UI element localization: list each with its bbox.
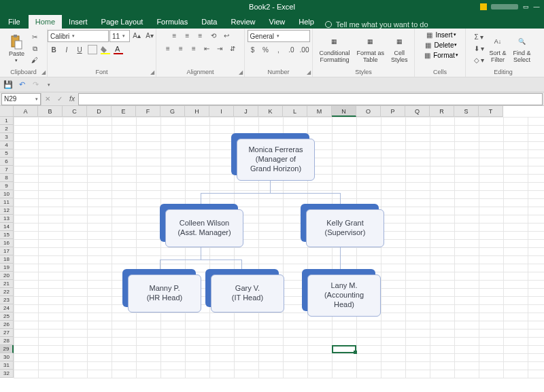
border-button[interactable]: [86, 44, 99, 55]
merge-center[interactable]: ⇵: [226, 43, 239, 54]
row-header-23[interactable]: 23: [0, 296, 14, 304]
row-header-7[interactable]: 7: [0, 166, 14, 174]
col-header-E[interactable]: E: [112, 106, 136, 117]
row-header-4[interactable]: 4: [0, 141, 14, 149]
qat-customize[interactable]: ▾: [44, 79, 54, 90]
col-header-H[interactable]: H: [185, 106, 209, 117]
row-header-32[interactable]: 32: [0, 370, 14, 378]
tab-formulas[interactable]: Formulas: [150, 15, 194, 29]
row-header-17[interactable]: 17: [0, 247, 14, 255]
tell-me[interactable]: Tell me what you want to do: [325, 20, 428, 29]
col-header-Q[interactable]: Q: [405, 106, 430, 117]
find-select[interactable]: 🔍Find & Select: [511, 33, 534, 65]
row-header-10[interactable]: 10: [0, 190, 14, 198]
row-header-24[interactable]: 24: [0, 304, 14, 313]
col-header-D[interactable]: D: [87, 106, 112, 117]
accounting-format[interactable]: $: [247, 44, 259, 55]
row-header-21[interactable]: 21: [0, 280, 14, 288]
org-node-b2[interactable]: Gary V. (IT Head): [205, 269, 279, 307]
font-size-combo[interactable]: 11▾: [109, 30, 130, 42]
ribbon-display-icon[interactable]: ▭: [522, 3, 529, 10]
col-header-S[interactable]: S: [454, 106, 479, 117]
formula-input[interactable]: [78, 93, 543, 105]
autosum[interactable]: Σ ▾: [473, 32, 485, 43]
sort-filter[interactable]: A↓Sort & Filter: [486, 33, 509, 65]
row-header-14[interactable]: 14: [0, 223, 14, 231]
font-name-combo[interactable]: Calibri▾: [48, 30, 109, 42]
col-header-T[interactable]: T: [479, 106, 503, 117]
conditional-formatting[interactable]: ▦Conditional Formatting: [316, 33, 352, 65]
clear[interactable]: ◇ ▾: [473, 55, 485, 66]
alignment-launcher[interactable]: ◢: [239, 69, 243, 75]
align-top[interactable]: ≡: [169, 30, 181, 41]
row-header-8[interactable]: 8: [0, 174, 14, 182]
col-header-L[interactable]: L: [283, 106, 307, 117]
col-header-B[interactable]: B: [38, 106, 63, 117]
italic-button[interactable]: I: [61, 44, 73, 55]
increase-indent[interactable]: ⇥: [214, 43, 226, 54]
tab-file[interactable]: File: [0, 15, 29, 29]
format-cells[interactable]: Format: [433, 52, 455, 59]
tab-help[interactable]: Help: [292, 15, 321, 29]
tab-home[interactable]: Home: [29, 15, 62, 29]
align-center[interactable]: ≡: [175, 43, 187, 54]
tab-view[interactable]: View: [262, 15, 292, 29]
row-header-3[interactable]: 3: [0, 133, 14, 141]
col-header-J[interactable]: J: [234, 106, 258, 117]
row-header-31[interactable]: 31: [0, 361, 14, 370]
undo-icon[interactable]: ↶: [16, 79, 27, 90]
fill-color-button[interactable]: [99, 44, 112, 55]
paste-button[interactable]: Paste ▾: [6, 33, 27, 65]
orientation[interactable]: ⟲: [207, 30, 220, 41]
row-header-29[interactable]: 29: [0, 345, 14, 353]
row-header-28[interactable]: 28: [0, 337, 14, 345]
copy-button[interactable]: ⧉: [29, 43, 41, 54]
org-node-b3[interactable]: Lany M. (Accounting Head): [302, 269, 375, 311]
tab-review[interactable]: Review: [224, 15, 262, 29]
fx-icon[interactable]: fx: [66, 95, 78, 103]
percent-format[interactable]: %: [260, 44, 272, 55]
row-header-22[interactable]: 22: [0, 288, 14, 296]
select-all-corner[interactable]: [0, 106, 14, 117]
align-left[interactable]: ≡: [162, 43, 174, 54]
org-node-b1[interactable]: Manny P. (HR Head): [122, 269, 196, 307]
tab-page-layout[interactable]: Page Layout: [95, 15, 150, 29]
worksheet[interactable]: ABCDEFGHIJKLMNOPQRST 1234567891011121314…: [0, 106, 544, 378]
row-header-2[interactable]: 2: [0, 125, 14, 133]
col-header-I[interactable]: I: [209, 106, 234, 117]
insert-cells[interactable]: Insert: [435, 31, 452, 39]
cut-button[interactable]: ✂: [29, 32, 41, 43]
col-header-G[interactable]: G: [160, 106, 185, 117]
row-header-18[interactable]: 18: [0, 255, 14, 264]
row-header-11[interactable]: 11: [0, 198, 14, 207]
align-middle[interactable]: ≡: [182, 30, 194, 41]
row-header-27[interactable]: 27: [0, 329, 14, 337]
row-header-12[interactable]: 12: [0, 207, 14, 215]
comma-format[interactable]: ,: [273, 44, 285, 55]
org-node-m2[interactable]: Kelly Grant (Supervisor): [301, 204, 379, 242]
cancel-icon[interactable]: ✕: [41, 95, 54, 103]
col-header-N[interactable]: N: [332, 106, 356, 117]
col-header-K[interactable]: K: [258, 106, 283, 117]
row-header-9[interactable]: 9: [0, 182, 14, 190]
increase-decimal[interactable]: .0: [286, 44, 298, 55]
font-launcher[interactable]: ◢: [150, 69, 154, 75]
format-painter-button[interactable]: 🖌: [29, 55, 41, 66]
active-cell[interactable]: [332, 345, 356, 353]
row-header-15[interactable]: 15: [0, 231, 14, 239]
row-header-26[interactable]: 26: [0, 321, 14, 329]
row-header-25[interactable]: 25: [0, 313, 14, 321]
decrease-decimal[interactable]: .00: [299, 44, 311, 55]
org-node-m1[interactable]: Colleen Wilson (Asst. Manager): [160, 204, 238, 242]
row-header-20[interactable]: 20: [0, 272, 14, 280]
align-right[interactable]: ≡: [188, 43, 200, 54]
col-header-R[interactable]: R: [430, 106, 454, 117]
enter-icon[interactable]: ✓: [54, 95, 66, 103]
shrink-font[interactable]: A▾: [143, 30, 156, 41]
fill[interactable]: ⬇ ▾: [473, 43, 485, 54]
number-launcher[interactable]: ◢: [307, 69, 311, 75]
minimize-icon[interactable]: —: [533, 3, 540, 10]
clipboard-launcher[interactable]: ◢: [41, 69, 46, 75]
redo-icon[interactable]: ↷: [30, 79, 41, 90]
grow-font[interactable]: A▴: [131, 30, 143, 41]
